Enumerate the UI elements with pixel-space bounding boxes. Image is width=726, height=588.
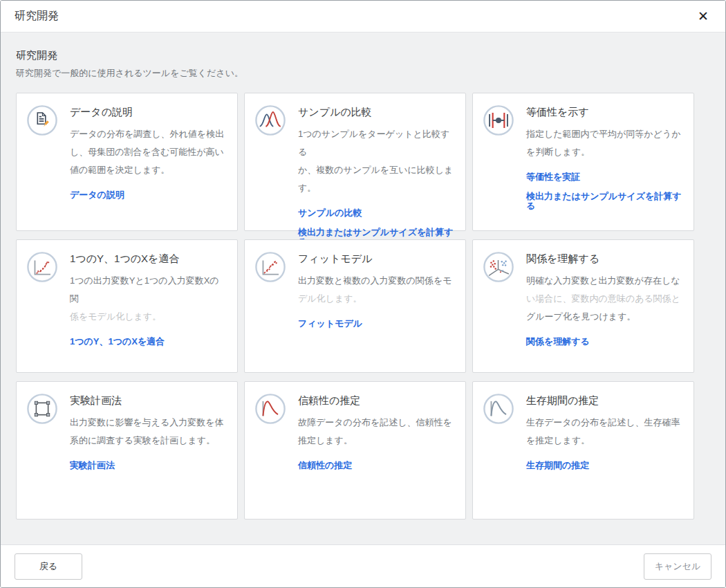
- card-description-line: 故障データの分布を記述し、信頼性を: [298, 414, 456, 432]
- card-estimate-reliability: 信頼性の推定 故障データの分布を記述し、信頼性を 推定します。 信頼性の推定: [244, 381, 466, 520]
- card-description-line: 値の範囲を決定します。: [70, 161, 227, 179]
- card-discover-relationships: 関係を理解する 明確な入力変数と出力変数が存在しな い場合に、変数内の意味のある…: [472, 239, 694, 373]
- card-description-line: 生存データの分布を記述し、生存確率: [526, 414, 684, 432]
- card-description-line: 1つのサンプルをターゲットと比較する: [298, 125, 456, 161]
- card-link-design-of-experiments[interactable]: 実験計画法: [70, 461, 227, 470]
- card-description-line: す。: [298, 179, 456, 197]
- dialog-titlebar: 研究開発 ✕: [1, 1, 725, 32]
- card-description: 出力変数と複数の入力変数の関係をモ デル化します。: [298, 272, 456, 308]
- document-pencil-icon: [26, 104, 58, 136]
- card-title: 関係を理解する: [526, 252, 684, 266]
- card-link-describe-data[interactable]: データの説明: [70, 190, 227, 200]
- card-describe-data: データの説明 データの分布を調査し、外れ値を検出 し、母集団の割合を含む可能性が…: [16, 93, 238, 231]
- card-link-fit-one-y-one-x[interactable]: 1つのY、1つのXを適合: [70, 337, 227, 347]
- card-link-fit-model[interactable]: フィットモデル: [298, 319, 456, 329]
- card-link-compare-samples[interactable]: サンプルの比較: [298, 208, 456, 218]
- doe-square-icon: [26, 393, 58, 425]
- card-description: 1つのサンプルをターゲットと比較する か、複数のサンプルを互いに比較しま す。: [298, 125, 456, 197]
- card-title: 等価性を示す: [526, 106, 684, 119]
- card-fit-model: フィットモデル 出力変数と複数の入力変数の関係をモ デル化します。 フィットモデ…: [244, 239, 466, 373]
- card-title: 信頼性の推定: [298, 394, 456, 407]
- card-description: 明確な入力変数と出力変数が存在しな い場合に、変数内の意味のある関係と グループ…: [526, 272, 684, 326]
- card-demonstrate-equivalence: 等価性を示す 指定した範囲内で平均が同等かどうか を判断します。 等価性を実証 …: [472, 93, 694, 231]
- card-compare-samples: サンプルの比較 1つのサンプルをターゲットと比較する か、複数のサンプルを互いに…: [244, 93, 466, 231]
- scatter-3d-icon: [483, 251, 514, 283]
- card-design-of-experiments: 実験計画法 出力変数に影響を与える入力変数を体 系的に調査する実験を計画します。…: [16, 381, 238, 520]
- card-title: 1つのY、1つのXを適合: [70, 252, 227, 266]
- close-icon[interactable]: ✕: [694, 7, 713, 26]
- cancel-button[interactable]: キャンセル: [644, 553, 711, 580]
- card-description-line: 明確な入力変数と出力変数が存在しな: [526, 272, 684, 290]
- card-description: 指定した範囲内で平均が同等かどうか を判断します。: [526, 125, 684, 161]
- card-description-line: データの分布を調査し、外れ値を検出: [70, 125, 227, 143]
- back-button[interactable]: 戻る: [15, 553, 82, 580]
- card-link-demonstrate-equivalence[interactable]: 等価性を実証: [526, 172, 684, 182]
- card-fit-one-y-one-x: 1つのY、1つのXを適合 1つの出力変数Yと1つの入力変数Xの関 係をモデル化し…: [16, 239, 238, 373]
- card-link-estimate-survival[interactable]: 生存期間の推定: [526, 461, 684, 470]
- card-title: 実験計画法: [70, 394, 227, 407]
- card-title: 生存期間の推定: [526, 394, 684, 407]
- section-subheading: 研究開発で一般的に使用されるツールをご覧ください。: [16, 67, 710, 80]
- card-description-line: を判断します。: [526, 143, 684, 161]
- research-development-dialog: 研究開発 ✕ 研究開発 研究開発で一般的に使用されるツールをご覧ください。: [0, 0, 726, 588]
- card-description-line: 出力変数と複数の入力変数の関係をモ: [298, 272, 456, 290]
- distribution-curves-icon: [254, 104, 286, 136]
- card-description-line: 1つの出力変数Yと1つの入力変数Xの関: [70, 272, 227, 308]
- card-description: 出力変数に影響を与える入力変数を体 系的に調査する実験を計画します。: [70, 414, 227, 450]
- card-description-line: 系的に調査する実験を計画します。: [70, 432, 227, 450]
- fit-curve-icon: [26, 251, 58, 283]
- card-description: 故障データの分布を記述し、信頼性を 推定します。: [298, 414, 456, 450]
- dialog-footer: 戻る キャンセル: [1, 544, 725, 587]
- card-description-line: グループ化を見つけます。: [526, 308, 684, 326]
- fit-line-icon: [254, 251, 286, 283]
- card-title: データの説明: [70, 106, 227, 119]
- card-link-discover-relationships[interactable]: 関係を理解する: [526, 337, 684, 347]
- card-description-line: 指定した範囲内で平均が同等かどうか: [526, 125, 684, 143]
- card-description-line: 推定します。: [298, 432, 456, 450]
- card-description-line: し、母集団の割合を含む可能性が高い: [70, 143, 227, 161]
- card-description-line: デル化します。: [298, 290, 456, 308]
- card-description: データの分布を調査し、外れ値を検出 し、母集団の割合を含む可能性が高い 値の範囲…: [70, 125, 227, 179]
- dialog-title: 研究開発: [15, 9, 59, 24]
- card-description-line: 係をモデル化します。: [70, 308, 227, 326]
- card-description-line: い場合に、変数内の意味のある関係と: [526, 290, 684, 308]
- card-estimate-survival: 生存期間の推定 生存データの分布を記述し、生存確率 を推定します。 生存期間の推…: [472, 381, 694, 520]
- section-heading: 研究開発: [16, 49, 710, 62]
- reliability-curve-icon: [254, 393, 286, 425]
- card-link-power-sample-size[interactable]: 検出力またはサンプルサイズを計算する: [526, 192, 684, 211]
- dialog-content: 研究開発 研究開発で一般的に使用されるツールをご覧ください。: [1, 32, 725, 544]
- survival-curve-icon: [483, 393, 514, 425]
- card-description: 生存データの分布を記述し、生存確率 を推定します。: [526, 414, 684, 450]
- equivalence-interval-icon: [483, 104, 514, 136]
- card-description-line: か、複数のサンプルを互いに比較しま: [298, 161, 456, 179]
- card-description-line: を推定します。: [526, 432, 684, 450]
- card-title: フィットモデル: [298, 252, 456, 266]
- tool-card-grid: データの説明 データの分布を調査し、外れ値を検出 し、母集団の割合を含む可能性が…: [16, 93, 710, 520]
- card-description: 1つの出力変数Yと1つの入力変数Xの関 係をモデル化します。: [70, 272, 227, 326]
- card-title: サンプルの比較: [298, 106, 456, 119]
- card-description-line: 出力変数に影響を与える入力変数を体: [70, 414, 227, 432]
- card-link-estimate-reliability[interactable]: 信頼性の推定: [298, 461, 456, 470]
